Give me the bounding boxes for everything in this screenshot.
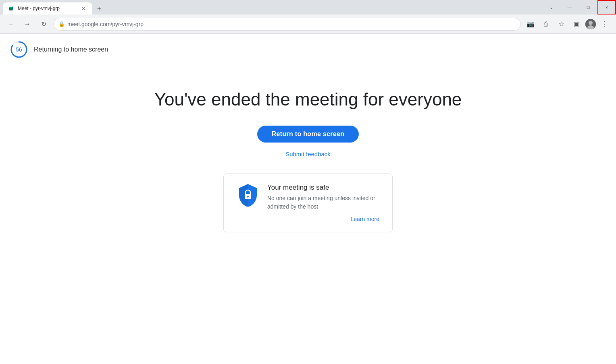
meet-favicon-icon	[8, 5, 15, 12]
user-avatar[interactable]	[585, 19, 596, 29]
share-icon: ⎙	[544, 21, 548, 28]
svg-rect-8	[248, 196, 248, 198]
url-text: meet.google.com/pyr-vmvj-grp	[67, 21, 516, 27]
safety-card-description: No one can join a meeting unless invited…	[267, 194, 379, 211]
returning-text: Returning to home screen	[34, 46, 108, 53]
page-content: 56 Returning to home screen You've ended…	[0, 34, 616, 364]
more-menu-button[interactable]: ⋮	[598, 18, 611, 31]
chevron-button[interactable]: ⌄	[542, 0, 560, 14]
back-button[interactable]: ←	[5, 18, 18, 31]
split-view-button[interactable]: ▣	[570, 18, 583, 31]
more-vert-icon: ⋮	[601, 20, 608, 28]
reload-icon: ↻	[41, 20, 46, 28]
lock-icon: 🔒	[58, 21, 65, 27]
close-window-button[interactable]: ×	[597, 0, 616, 14]
split-view-icon: ▣	[574, 20, 580, 28]
countdown-timer: 56	[10, 40, 28, 59]
submit-feedback-link[interactable]: Submit feedback	[285, 151, 331, 157]
share-button[interactable]: ⎙	[539, 18, 552, 31]
countdown-number: 56	[16, 46, 22, 53]
tab-bar: Meet - pyr-vmvj-grp × +	[0, 0, 105, 14]
bookmark-button[interactable]: ☆	[555, 18, 568, 31]
reload-button[interactable]: ↻	[37, 18, 50, 31]
tab-title: Meet - pyr-vmvj-grp	[18, 6, 77, 11]
safety-card-title: Your meeting is safe	[267, 184, 379, 192]
address-bar: ← → ↻ 🔒 meet.google.com/pyr-vmvj-grp 📷 ⎙…	[0, 14, 616, 34]
window-controls: ⌄ — □ ×	[542, 0, 616, 14]
url-bar[interactable]: 🔒 meet.google.com/pyr-vmvj-grp	[53, 18, 521, 31]
camera-icon-button[interactable]: 📷	[524, 18, 537, 31]
forward-button[interactable]: →	[21, 18, 34, 31]
camera-icon: 📷	[527, 20, 535, 28]
svg-point-2	[589, 21, 593, 25]
title-bar: Meet - pyr-vmvj-grp × + ⌄ — □ ×	[0, 0, 616, 14]
shield-icon	[237, 184, 259, 206]
url-domain: meet.google.com	[67, 21, 110, 27]
return-to-home-button[interactable]: Return to home screen	[257, 126, 359, 143]
tab-close-button[interactable]: ×	[80, 5, 87, 12]
toolbar-right: 📷 ⎙ ☆ ▣ ⋮	[524, 18, 611, 31]
learn-more-link[interactable]: Learn more	[237, 216, 379, 222]
restore-button[interactable]: □	[579, 0, 597, 14]
browser-frame: Meet - pyr-vmvj-grp × + ⌄ — □ × ← → ↻ 🔒 …	[0, 0, 616, 364]
active-tab[interactable]: Meet - pyr-vmvj-grp ×	[3, 2, 92, 14]
safety-card: Your meeting is safe No one can join a m…	[223, 174, 393, 232]
url-path: /pyr-vmvj-grp	[110, 21, 144, 27]
safety-card-text: Your meeting is safe No one can join a m…	[267, 184, 379, 211]
forward-arrow-icon: →	[24, 21, 31, 28]
new-tab-button[interactable]: +	[94, 3, 105, 14]
minimize-button[interactable]: —	[560, 0, 579, 14]
safety-card-content: Your meeting is safe No one can join a m…	[237, 184, 379, 211]
back-arrow-icon: ←	[8, 21, 15, 28]
star-icon: ☆	[558, 20, 564, 28]
countdown-bar: 56 Returning to home screen	[0, 34, 616, 65]
main-content: You've ended the meeting for everyone Re…	[0, 65, 616, 232]
ended-meeting-title: You've ended the meeting for everyone	[154, 89, 462, 110]
